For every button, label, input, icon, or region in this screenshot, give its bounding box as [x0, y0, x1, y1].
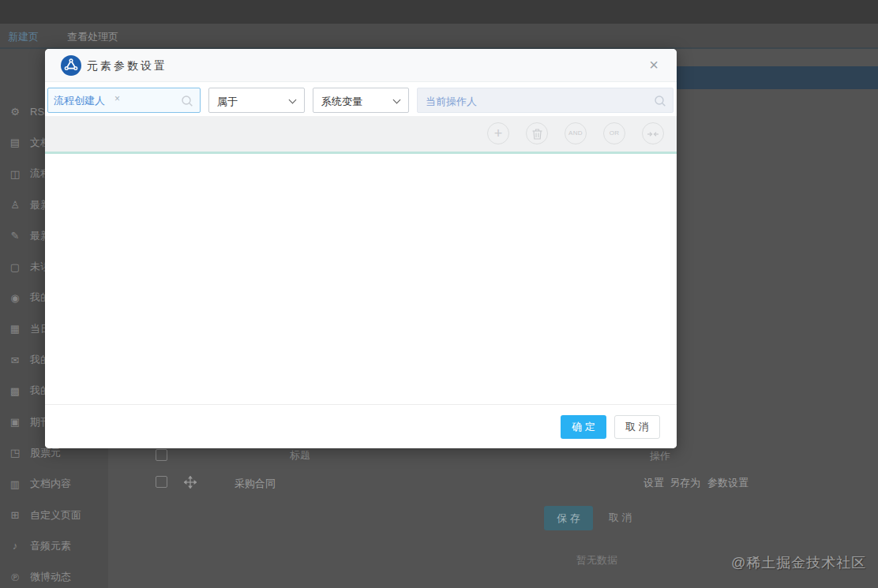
modal-title: 元素参数设置 — [87, 59, 167, 73]
value-type-select[interactable]: 系统变量 — [313, 88, 409, 113]
delete-condition-button[interactable] — [526, 122, 548, 144]
modal-header: 元素参数设置 × — [45, 49, 677, 82]
modal-body — [45, 154, 677, 404]
add-condition-button[interactable]: + — [487, 122, 509, 144]
element-tag: 流程创建人 — [54, 94, 105, 108]
app-logo-icon — [61, 55, 81, 76]
value-type-selected-value: 系统变量 — [321, 95, 362, 109]
operator-selected-value: 属于 — [217, 95, 238, 109]
and-condition-button[interactable]: AND — [565, 122, 587, 144]
search-icon — [654, 95, 666, 110]
screen: 新建页 查看处理页 ⚙ RSS阅 ▤ 文档中 ◫ 流程中 ♙ 最新客 ✎ 最新会 — [0, 0, 878, 588]
modal-footer: 确 定 取 消 — [45, 404, 677, 448]
or-condition-button[interactable]: OR — [603, 122, 625, 144]
merge-arrows-icon[interactable] — [642, 122, 664, 144]
close-icon[interactable]: × — [643, 54, 664, 75]
cancel-button[interactable]: 取 消 — [614, 415, 660, 439]
chevron-down-icon — [289, 96, 297, 104]
element-parameter-modal: 元素参数设置 × 流程创建人 × 属于 系统变量 当前操作人 + — [45, 49, 677, 448]
element-search-input[interactable]: 流程创建人 × — [47, 88, 201, 113]
condition-toolbar: + AND OR — [45, 116, 677, 152]
search-icon — [181, 95, 193, 110]
operator-select[interactable]: 属于 — [208, 88, 305, 113]
tag-remove-icon[interactable]: × — [114, 93, 120, 104]
value-search-input[interactable]: 当前操作人 — [417, 88, 674, 113]
value-text: 当前操作人 — [426, 95, 477, 109]
chevron-down-icon — [393, 96, 401, 104]
ok-button[interactable]: 确 定 — [561, 415, 606, 439]
watermark: @稀土掘金技术社区 — [731, 553, 866, 572]
